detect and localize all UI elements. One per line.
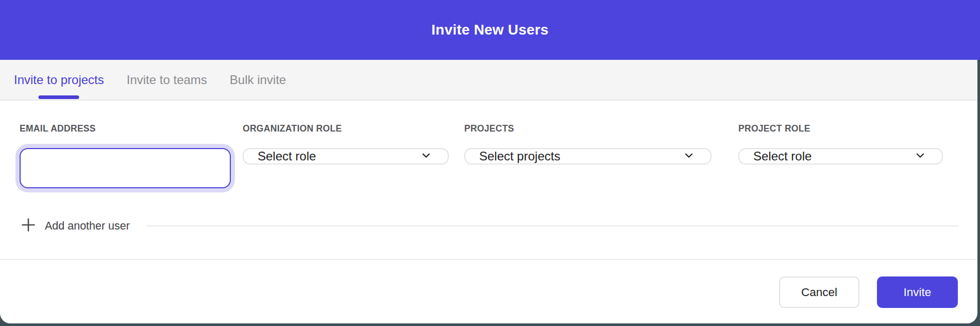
divider-line [147,225,958,226]
tab-bar: Invite to projects Invite to teams Bulk … [0,60,977,101]
add-another-user-label: Add another user [45,220,130,233]
project-role-select[interactable]: Select role [738,148,943,165]
tab-invite-to-teams[interactable]: Invite to teams [127,60,207,100]
plus-icon [21,217,36,235]
add-another-user-link[interactable]: Add another user [21,217,130,235]
chevron-down-icon [420,149,432,164]
tab-label: Bulk invite [230,73,286,87]
invite-users-modal: Invite to projects Invite to teams Bulk … [0,60,977,323]
chevron-down-icon [914,149,926,164]
footer-divider [0,259,977,260]
chevron-down-icon [683,149,695,164]
email-input[interactable] [20,148,231,188]
page-backdrop: { "modal": { "title": "Invite New Users"… [0,0,980,326]
modal-title: Invite New Users [431,22,548,38]
project-role-label: PROJECT ROLE [738,123,943,134]
organization-role-field-group: ORGANIZATION ROLE Select role [243,123,449,165]
projects-label: PROJECTS [464,123,712,134]
project-role-field-group: PROJECT ROLE Select role [738,123,943,165]
tab-invite-to-projects[interactable]: Invite to projects [14,60,104,100]
email-address-label: EMAIL ADDRESS [20,123,231,134]
add-another-user-row: Add another user [21,218,958,234]
tab-label: Invite to projects [14,73,104,87]
select-value: Select role [258,149,316,164]
modal-header: Invite New Users [0,0,980,60]
organization-role-label: ORGANIZATION ROLE [243,123,449,134]
cancel-button[interactable]: Cancel [779,276,859,308]
select-value: Select projects [479,149,560,164]
projects-select[interactable]: Select projects [464,148,712,165]
email-field-group: EMAIL ADDRESS [20,123,231,188]
select-value: Select role [753,149,812,164]
tab-bulk-invite[interactable]: Bulk invite [230,60,286,100]
tab-label: Invite to teams [127,73,207,87]
organization-role-select[interactable]: Select role [243,148,449,165]
active-tab-indicator [39,95,79,99]
projects-field-group: PROJECTS Select projects [464,123,712,165]
invite-button[interactable]: Invite [877,276,958,308]
